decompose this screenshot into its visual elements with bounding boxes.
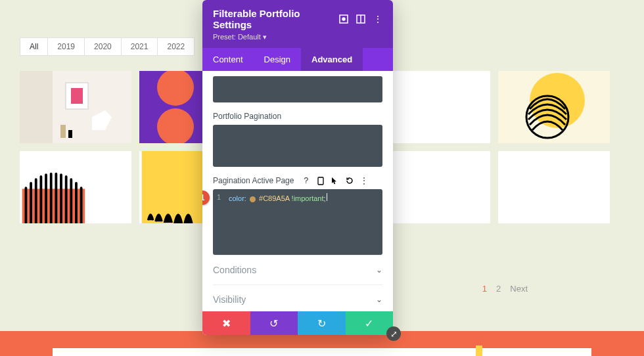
mobile-icon[interactable] xyxy=(316,177,325,185)
svg-rect-1 xyxy=(20,71,53,143)
redo-button[interactable]: ↻ xyxy=(298,311,346,335)
undo-button[interactable]: ↺ xyxy=(250,311,298,335)
filter-2021[interactable]: 2021 xyxy=(121,37,158,56)
portfolio-item[interactable] xyxy=(20,151,131,223)
svg-point-13 xyxy=(530,73,585,128)
code-important: !important xyxy=(292,194,324,202)
panel-footer: ✖ ↺ ↻ ✓ xyxy=(202,311,393,335)
help-icon[interactable]: ? xyxy=(302,177,310,185)
chevron-down-icon: ▾ xyxy=(263,33,267,41)
more-field-icon[interactable]: ⋮ xyxy=(359,177,368,185)
svg-rect-23 xyxy=(318,177,323,185)
filter-all[interactable]: All xyxy=(20,37,48,56)
code-semicolon: ; xyxy=(324,194,326,202)
text-cursor xyxy=(327,193,327,201)
portfolio-item[interactable] xyxy=(498,151,610,223)
tab-design[interactable]: Design xyxy=(254,48,301,71)
more-icon[interactable]: ⋮ xyxy=(373,14,382,24)
svg-rect-4 xyxy=(60,125,66,138)
page-2[interactable]: 2 xyxy=(496,284,501,294)
hover-cursor-icon[interactable] xyxy=(331,177,339,185)
panel-tabs: Content Design Advanced xyxy=(202,48,393,71)
save-button[interactable]: ✓ xyxy=(346,311,394,335)
portfolio-item[interactable] xyxy=(498,71,610,143)
line-number: 1 xyxy=(217,193,221,201)
filter-2022[interactable]: 2022 xyxy=(157,37,195,56)
section-conditions[interactable]: Conditions ⌄ xyxy=(213,255,382,284)
tab-advanced[interactable]: Advanced xyxy=(301,48,363,71)
settings-panel: 1 Filterable Portfolio Settings ⋮ Preset… xyxy=(202,0,393,335)
resize-handle-icon[interactable]: ⤢ xyxy=(386,326,401,341)
portfolio-item[interactable] xyxy=(20,71,131,143)
label-pagination-active: Pagination Active Page ? ⋮ xyxy=(213,176,382,185)
footer-inner xyxy=(53,348,591,356)
svg-rect-17 xyxy=(85,189,129,223)
portfolio-item[interactable] xyxy=(379,151,490,223)
svg-rect-9 xyxy=(139,87,157,127)
css-box-previous[interactable] xyxy=(213,76,382,102)
section-visibility[interactable]: Visibility ⌄ xyxy=(213,284,382,311)
page-1[interactable]: 1 xyxy=(482,284,487,294)
label-portfolio-pagination: Portfolio Pagination xyxy=(213,112,382,121)
svg-point-20 xyxy=(342,18,345,20)
reset-icon[interactable] xyxy=(345,177,354,185)
code-property: color: xyxy=(229,194,246,202)
portfolio-filters: All 2019 2020 2021 2022 xyxy=(20,37,194,56)
columns-icon[interactable] xyxy=(356,14,365,24)
svg-rect-5 xyxy=(68,130,72,138)
panel-header: Filterable Portfolio Settings ⋮ Preset: … xyxy=(202,0,393,48)
css-box-pagination[interactable] xyxy=(213,125,382,167)
css-box-active-page[interactable]: 1 color: #C89A5A !important; xyxy=(213,189,382,255)
portfolio-item[interactable] xyxy=(379,71,490,143)
svg-rect-3 xyxy=(71,88,83,104)
chevron-down-icon: ⌄ xyxy=(376,265,382,275)
color-swatch-icon xyxy=(250,196,256,202)
page-next[interactable]: Next xyxy=(510,284,528,294)
filter-2020[interactable]: 2020 xyxy=(84,37,122,56)
panel-body[interactable]: Portfolio Pagination Pagination Active P… xyxy=(202,71,393,311)
expand-icon[interactable] xyxy=(339,14,348,24)
portfolio-pagination: 1 2 Next xyxy=(482,284,528,294)
filter-2019[interactable]: 2019 xyxy=(47,37,85,56)
chevron-down-icon: ⌄ xyxy=(376,295,382,304)
preset-selector[interactable]: Preset: Default ▾ xyxy=(213,33,382,41)
panel-title: Filterable Portfolio Settings xyxy=(213,8,339,30)
tab-content[interactable]: Content xyxy=(202,48,254,71)
code-hex: #C89A5A xyxy=(259,194,289,202)
cancel-button[interactable]: ✖ xyxy=(202,311,250,335)
page-canvas: All 2019 2020 2021 2022 1 2 Next xyxy=(0,0,644,356)
